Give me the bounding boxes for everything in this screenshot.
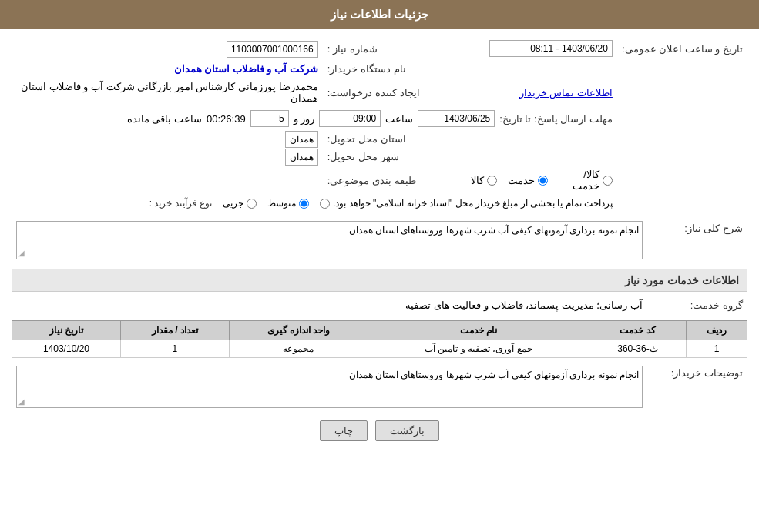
table-row: نام دستگاه خریدار: شرکت آب و فاضلاب استا… bbox=[12, 60, 747, 78]
service-group-value: آب رسانی؛ مدیریت پسماند، فاضلاب و فعالیت… bbox=[405, 299, 643, 311]
cell-name: جمع آوری، تصفیه و تامین آب bbox=[368, 340, 589, 358]
category-option-goods[interactable]: کالا bbox=[471, 175, 497, 186]
page-header: جزئیات اطلاعات نیاز bbox=[0, 0, 759, 29]
purchase-radio-islamic[interactable] bbox=[320, 199, 330, 209]
category-label: طبقه بندی موضوعی: bbox=[323, 166, 435, 195]
table-row: تاریخ و ساعت اعلان عمومی: 1403/06/20 - 0… bbox=[12, 37, 747, 60]
cell-unit: مجموعه bbox=[229, 340, 368, 358]
service-group-table: گروه خدمت: آب رسانی؛ مدیریت پسماند، فاضل… bbox=[12, 296, 747, 314]
creator-person: محمدرضا پورزمانی کارشناس امور بازرگانی ش… bbox=[21, 81, 318, 104]
category-radio-goods[interactable] bbox=[487, 176, 497, 186]
requester-label: نام دستگاه خریدار: bbox=[323, 60, 435, 78]
buyer-notes-container: انجام نمونه برداری آزمونهای کیفی آب شرب … bbox=[16, 366, 643, 408]
cell-date: 1403/10/20 bbox=[12, 340, 121, 358]
province-label: استان محل تحویل: bbox=[323, 130, 435, 148]
announce-date-value: 1403/06/20 - 08:11 bbox=[489, 40, 613, 57]
deadline-days: 5 bbox=[250, 110, 289, 127]
deadline-date: 1403/06/25 bbox=[418, 110, 495, 127]
purchase-type-label: نوع فرآیند خرید : bbox=[149, 198, 212, 209]
category-option-goods-service[interactable]: کالا/خدمت bbox=[559, 169, 613, 192]
table-row: مهلت ارسال پاسخ: تا تاریخ: 1403/06/25 سا… bbox=[12, 107, 747, 130]
deadline-time: 09:00 bbox=[319, 110, 381, 127]
col-code: کد خدمت bbox=[589, 321, 687, 340]
service-group-label: گروه خدمت: bbox=[647, 296, 747, 314]
purchase-note: پرداخت تمام یا بخشی از مبلغ خریدار محل "… bbox=[320, 198, 613, 209]
cell-row: 1 bbox=[687, 340, 747, 358]
city-value: همدان bbox=[285, 149, 318, 166]
col-name: نام خدمت bbox=[368, 321, 589, 340]
table-row: 1ث-36-360جمع آوری، تصفیه و تامین آبمجموع… bbox=[12, 340, 747, 358]
services-table-body: 1ث-36-360جمع آوری، تصفیه و تامین آبمجموع… bbox=[12, 340, 747, 358]
cell-count: 1 bbox=[120, 340, 229, 358]
main-content: تاریخ و ساعت اعلان عمومی: 1403/06/20 - 0… bbox=[0, 29, 759, 458]
creator-label: ایجاد کننده درخواست: bbox=[323, 78, 435, 107]
table-row: استان محل تحویل: همدان bbox=[12, 130, 747, 148]
back-button[interactable]: بازگشت bbox=[375, 420, 439, 441]
purchase-type-group: پرداخت تمام یا بخشی از مبلغ خریدار محل "… bbox=[16, 198, 613, 209]
resize-handle-2[interactable]: ◢ bbox=[18, 397, 25, 406]
print-button[interactable]: چاپ bbox=[320, 420, 368, 441]
description-container: انجام نمونه برداری آزمونهای کیفی آب شرب … bbox=[16, 221, 643, 259]
cell-code: ث-36-360 bbox=[589, 340, 687, 358]
announce-date-label: تاریخ و ساعت اعلان عمومی: bbox=[617, 37, 747, 60]
services-table-header: ردیف کد خدمت نام خدمت واحد اندازه گیری ت… bbox=[12, 321, 747, 340]
deadline-days-label: روز و bbox=[294, 113, 315, 125]
table-row: شهر محل تحویل: همدان bbox=[12, 148, 747, 166]
city-label: شهر محل تحویل: bbox=[323, 148, 435, 166]
page-wrapper: جزئیات اطلاعات نیاز تاریخ و ساعت اعلان ع… bbox=[0, 0, 759, 532]
deadline-remaining: 00:26:39 bbox=[207, 113, 246, 125]
deadline-label: مهلت ارسال پاسخ: تا تاریخ: bbox=[499, 113, 613, 125]
category-radio-service[interactable] bbox=[538, 176, 548, 186]
category-radio-goods-service[interactable] bbox=[603, 176, 613, 186]
province-value: همدان bbox=[285, 131, 318, 148]
purchase-radio-medium[interactable] bbox=[299, 199, 309, 209]
table-row: پرداخت تمام یا بخشی از مبلغ خریدار محل "… bbox=[12, 195, 747, 212]
need-number-value: 1103007001000166 bbox=[227, 41, 318, 58]
services-table: ردیف کد خدمت نام خدمت واحد اندازه گیری ت… bbox=[12, 320, 747, 358]
table-row: کالا/خدمت خدمت کالا طبقه بندی موضوعی: bbox=[12, 166, 747, 195]
buyer-notes-label: توضیحات خریدار: bbox=[647, 363, 747, 411]
col-date: تاریخ نیاز bbox=[12, 321, 121, 340]
resize-handle[interactable]: ◢ bbox=[18, 249, 25, 257]
description-value: انجام نمونه برداری آزمونهای کیفی آب شرب … bbox=[20, 225, 639, 236]
table-row: اطلاعات تماس خریدار ایجاد کننده درخواست:… bbox=[12, 78, 747, 107]
category-radio-group: کالا/خدمت خدمت کالا bbox=[471, 169, 613, 192]
purchase-option-medium[interactable]: متوسط bbox=[267, 198, 309, 209]
description-section: شرح کلی نیاز: انجام نمونه برداری آزمونها… bbox=[12, 218, 747, 263]
table-row: شرح کلی نیاز: انجام نمونه برداری آزمونها… bbox=[12, 218, 747, 263]
info-table: تاریخ و ساعت اعلان عمومی: 1403/06/20 - 0… bbox=[12, 37, 747, 212]
page-title: جزئیات اطلاعات نیاز bbox=[331, 8, 428, 21]
table-header-row: ردیف کد خدمت نام خدمت واحد اندازه گیری ت… bbox=[12, 321, 747, 340]
creator-link[interactable]: اطلاعات تماس خریدار bbox=[519, 87, 613, 99]
buyer-notes-value: انجام نمونه برداری آزمونهای کیفی آب شرب … bbox=[20, 370, 639, 380]
deadline-remaining-label: ساعت باقی مانده bbox=[127, 113, 202, 125]
col-unit: واحد اندازه گیری bbox=[229, 321, 368, 340]
buyer-notes-section: توضیحات خریدار: انجام نمونه برداری آزمون… bbox=[12, 363, 747, 411]
requester-value: شرکت آب و فاضلاب استان همدان bbox=[174, 63, 318, 75]
table-row: گروه خدمت: آب رسانی؛ مدیریت پسماند، فاضل… bbox=[12, 296, 747, 314]
table-row: توضیحات خریدار: انجام نمونه برداری آزمون… bbox=[12, 363, 747, 411]
services-section-title: اطلاعات خدمات مورد نیاز bbox=[12, 269, 747, 292]
description-label: شرح کلی نیاز: bbox=[647, 218, 747, 263]
purchase-option-minor[interactable]: جزیی bbox=[223, 198, 257, 209]
deadline-time-label: ساعت bbox=[385, 113, 413, 125]
purchase-radio-minor[interactable] bbox=[247, 199, 257, 209]
col-count: تعداد / مقدار bbox=[120, 321, 229, 340]
col-row: ردیف bbox=[687, 321, 747, 340]
need-number-label: شماره نیاز : bbox=[323, 37, 435, 60]
buttons-row: بازگشت چاپ bbox=[12, 420, 747, 441]
category-option-service[interactable]: خدمت bbox=[508, 175, 548, 186]
